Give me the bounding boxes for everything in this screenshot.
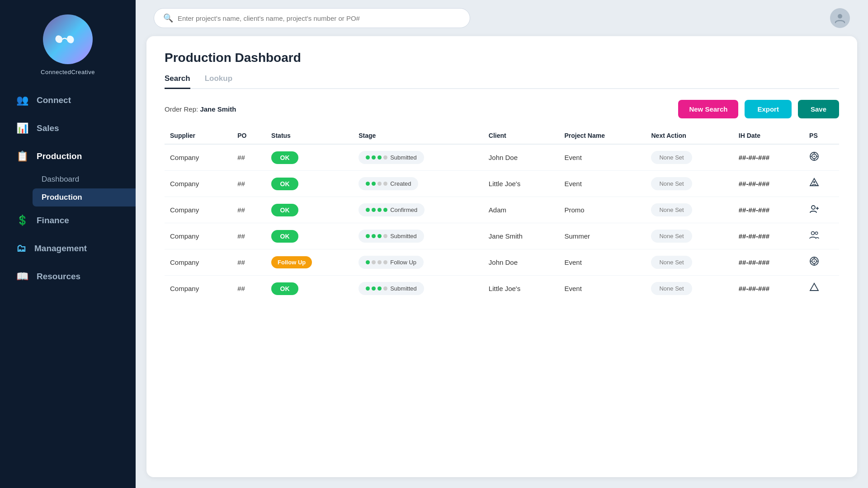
stage-label: Follow Up — [390, 259, 416, 266]
status-badge: OK — [271, 178, 298, 190]
connect-icon: 👥 — [16, 94, 28, 106]
ps-action-icon[interactable] — [809, 284, 819, 294]
ps-action-icon[interactable] — [809, 232, 819, 242]
status-badge: OK — [271, 230, 298, 243]
table-row[interactable]: Company ## OK Submitted Jane Smith Summe… — [165, 223, 839, 249]
stage-dots — [366, 286, 387, 291]
cell-ps[interactable] — [804, 145, 839, 171]
cell-project-name: Event — [559, 145, 646, 171]
stage-dots — [366, 208, 387, 212]
sales-icon: 📊 — [16, 122, 28, 134]
sidebar-sub-production[interactable]: Production — [33, 188, 136, 206]
cell-ih-date: ##-##-### — [733, 276, 804, 301]
export-button[interactable]: Export — [745, 100, 792, 118]
avatar[interactable] — [830, 8, 850, 28]
next-action-badge: None Set — [651, 151, 692, 164]
ps-action-icon[interactable] — [809, 206, 819, 216]
cell-client: Little Joe's — [483, 171, 559, 197]
cell-client: John Doe — [483, 145, 559, 171]
next-action-badge: None Set — [651, 177, 692, 190]
ps-action-icon[interactable] — [809, 258, 819, 268]
sidebar-item-label-production: Production — [37, 151, 82, 161]
cell-client: Adam — [483, 197, 559, 223]
main-area: 🔍 Production Dashboard Search Lookup Ord… — [136, 0, 868, 488]
cell-next-action: None Set — [646, 171, 733, 197]
cell-stage: Submitted — [353, 276, 483, 301]
cell-next-action: None Set — [646, 145, 733, 171]
cell-ih-date: ##-##-### — [733, 171, 804, 197]
production-icon: 📋 — [16, 150, 28, 162]
cell-ps[interactable] — [804, 276, 839, 301]
cell-client: John Doe — [483, 249, 559, 276]
cell-next-action: None Set — [646, 197, 733, 223]
ps-action-icon[interactable] — [809, 179, 819, 189]
search-input[interactable] — [178, 14, 461, 22]
order-rep-name: Jane Smith — [200, 105, 236, 113]
sidebar-item-management[interactable]: 🗂 Management — [0, 235, 136, 263]
sidebar-item-resources[interactable]: 📖 Resources — [0, 263, 136, 291]
global-search-bar[interactable]: 🔍 — [154, 8, 470, 28]
svg-point-13 — [811, 232, 815, 235]
management-icon: 🗂 — [16, 243, 26, 254]
col-ih-date: IH Date — [733, 127, 804, 145]
table-row[interactable]: Company ## OK Confirmed Adam Promo None … — [165, 197, 839, 223]
cell-supplier: Company — [165, 145, 232, 171]
stage-badge: Submitted — [359, 282, 424, 295]
stage-label: Submitted — [390, 233, 417, 239]
status-badge: Follow Up — [271, 256, 312, 268]
search-icon: 🔍 — [163, 13, 173, 23]
cell-stage: Confirmed — [353, 197, 483, 223]
col-po: PO — [232, 127, 266, 145]
sidebar-item-connect[interactable]: 👥 Connect — [0, 86, 136, 114]
toolbar-buttons: New Search Export Save — [678, 100, 839, 118]
cell-project-name: Event — [559, 249, 646, 276]
table-header-row: Supplier PO Status Stage Client Project … — [165, 127, 839, 145]
cell-status: OK — [266, 276, 353, 301]
cell-next-action: None Set — [646, 276, 733, 301]
table-row[interactable]: Company ## OK Submitted John Doe Event N… — [165, 145, 839, 171]
stage-dots — [366, 155, 387, 160]
cell-status: Follow Up — [266, 249, 353, 276]
production-table: Supplier PO Status Stage Client Project … — [165, 127, 839, 301]
svg-point-9 — [813, 181, 815, 183]
svg-point-10 — [811, 206, 815, 209]
logo-icon — [54, 30, 81, 48]
sidebar-item-finance[interactable]: 💲 Finance — [0, 206, 136, 235]
svg-point-14 — [815, 232, 818, 235]
stage-dots — [366, 260, 387, 264]
sidebar-item-label-resources: Resources — [37, 272, 80, 282]
tab-lookup[interactable]: Lookup — [205, 74, 232, 89]
table-row[interactable]: Company ## OK Created Little Joe's Event… — [165, 171, 839, 197]
tab-bar: Search Lookup — [165, 74, 839, 89]
svg-point-3 — [814, 156, 815, 157]
cell-project-name: Event — [559, 171, 646, 197]
sidebar-item-production[interactable]: 📋 Production — [0, 142, 136, 170]
cell-ih-date: ##-##-### — [733, 249, 804, 276]
cell-supplier: Company — [165, 249, 232, 276]
table-row[interactable]: Company ## Follow Up Follow Up John Doe … — [165, 249, 839, 276]
col-supplier: Supplier — [165, 127, 232, 145]
col-client: Client — [483, 127, 559, 145]
stage-label: Created — [390, 180, 411, 187]
cell-supplier: Company — [165, 276, 232, 301]
status-badge: OK — [271, 151, 298, 164]
cell-ps[interactable] — [804, 223, 839, 249]
stage-label: Submitted — [390, 154, 417, 161]
cell-ps[interactable] — [804, 249, 839, 276]
table-row[interactable]: Company ## OK Submitted Little Joe's Eve… — [165, 276, 839, 301]
cell-stage: Submitted — [353, 223, 483, 249]
save-button[interactable]: Save — [798, 100, 839, 118]
ps-action-icon[interactable] — [809, 153, 819, 163]
sidebar-item-label-finance: Finance — [37, 216, 69, 225]
next-action-badge: None Set — [651, 203, 692, 216]
sidebar-item-sales[interactable]: 📊 Sales — [0, 114, 136, 142]
new-search-button[interactable]: New Search — [678, 100, 738, 118]
cell-ps[interactable] — [804, 197, 839, 223]
cell-po: ## — [232, 197, 266, 223]
sidebar-item-label-management: Management — [34, 244, 87, 253]
page-title: Production Dashboard — [165, 51, 839, 65]
cell-po: ## — [232, 276, 266, 301]
tab-search[interactable]: Search — [165, 74, 190, 89]
cell-ps[interactable] — [804, 171, 839, 197]
sidebar-sub-dashboard[interactable]: Dashboard — [33, 170, 136, 188]
